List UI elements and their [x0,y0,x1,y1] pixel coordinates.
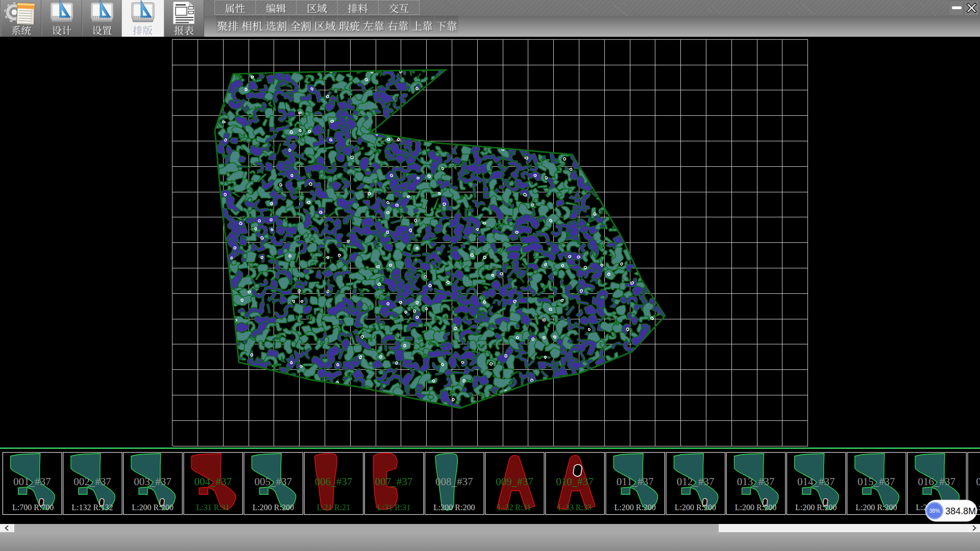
svg-text:0: 0 [976,475,980,488]
svg-text:384.8M: 384.8M [945,506,976,516]
svg-text:L:200 R:200: L:200 R:200 [735,503,776,512]
svg-text:L:31 R:31: L:31 R:31 [377,503,410,512]
svg-text:L:700 R:700: L:700 R:700 [10,503,54,512]
svg-text:L:200 R:200: L:200 R:200 [855,503,897,512]
svg-text:L:200 R:200: L:200 R:200 [795,503,837,512]
svg-text:L:21 R:21: L:21 R:21 [317,503,350,512]
svg-text:010_#37: 010_#37 [556,475,594,488]
svg-text:002_#37: 002_#37 [74,475,111,488]
svg-text:001_#37: 001_#37 [13,475,51,488]
svg-text:014_#37: 014_#37 [797,475,835,488]
svg-text:004_#37: 004_#37 [194,475,232,488]
svg-text:009_#37: 009_#37 [496,475,533,488]
svg-text:L:132 R:132: L:132 R:132 [71,503,113,512]
svg-text:L:33 R:33: L:33 R:33 [558,503,591,512]
svg-text:003_#37: 003_#37 [134,475,172,488]
svg-text:L:200 R:200: L:200 R:200 [253,503,294,512]
svg-text:006_#37: 006_#37 [315,475,353,488]
svg-text:L:200 R:200: L:200 R:200 [615,503,656,512]
svg-text:011_#37: 011_#37 [617,475,654,488]
svg-text:008_#37: 008_#37 [435,475,473,488]
svg-text:38%: 38% [929,508,940,514]
svg-text:005_#37: 005_#37 [255,475,292,488]
svg-text:L:200 R:200: L:200 R:200 [675,503,716,512]
svg-text:015_#37: 015_#37 [857,475,895,488]
svg-text:L:32 R:31: L:32 R:31 [498,503,531,512]
svg-text:012_#37: 012_#37 [677,475,715,488]
svg-text:007_#37: 007_#37 [375,475,413,488]
svg-text:L:200 R:200: L:200 R:200 [132,503,173,512]
svg-text:L:200 R:200: L:200 R:200 [433,503,475,512]
svg-text:013_#37: 013_#37 [737,475,775,488]
svg-text:016_#37: 016_#37 [918,475,955,488]
svg-text:L:31 R:31: L:31 R:31 [197,503,230,512]
